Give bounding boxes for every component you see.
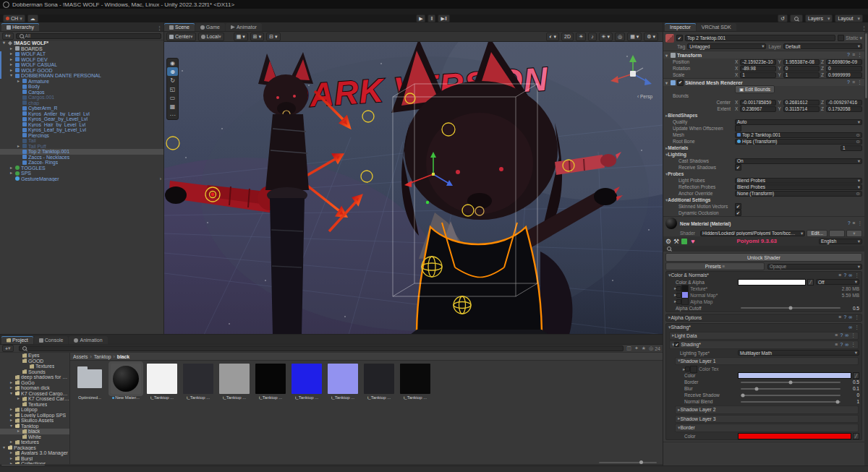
gizmos-dropdown[interactable]: ⚙ ▾ bbox=[644, 33, 658, 41]
reflection-probes-dropdown[interactable]: Blend Probes▾ bbox=[735, 184, 862, 190]
hierarchy-item[interactable]: Kyros_Hair_by_Level_Lvl bbox=[0, 122, 163, 128]
color-tex-thumbnail[interactable] bbox=[690, 366, 697, 373]
bottom-panel-tab[interactable]: Console bbox=[34, 336, 69, 344]
project-folder-item[interactable]: ▸ GoGo bbox=[0, 380, 69, 386]
foldout-arrow-icon[interactable]: ▸ bbox=[10, 171, 15, 176]
shadow-layer-1-header[interactable]: ▾Shadow Layer 1 bbox=[675, 357, 859, 366]
y-field[interactable]: 0.2681612 bbox=[783, 100, 820, 106]
x-field[interactable]: 1 bbox=[740, 72, 776, 78]
receive-shadow-slider[interactable] bbox=[741, 395, 841, 396]
y-field[interactable]: 0 bbox=[783, 66, 820, 72]
normal-blend-slider[interactable] bbox=[741, 401, 841, 403]
shadow-color-swatch[interactable] bbox=[738, 372, 851, 379]
project-folder-item[interactable]: ▾ Tanktop bbox=[0, 424, 69, 429]
quality-dropdown[interactable]: Auto▾ bbox=[735, 119, 862, 125]
project-folder-item[interactable]: ▸ K7 Crossed Cargos Mat bbox=[0, 396, 69, 402]
project-folder-item[interactable]: ▸ textures bbox=[0, 439, 69, 445]
foldout-arrow-icon[interactable]: ▾ bbox=[3, 445, 8, 451]
presets-icon[interactable]: ≡ bbox=[852, 80, 855, 85]
step-button[interactable]: ▶‖ bbox=[438, 14, 450, 22]
prefab-open-icon[interactable]: › bbox=[160, 176, 161, 182]
search-by-label-icon[interactable]: ✦ bbox=[634, 346, 639, 351]
materials-foldout[interactable]: Materials bbox=[668, 145, 688, 150]
hierarchy-item[interactable]: Zaccs - Necklaces bbox=[0, 155, 163, 160]
bottom-panel-tab[interactable]: Animation bbox=[69, 336, 107, 344]
border-slider[interactable] bbox=[741, 382, 841, 383]
foldout-arrow-icon[interactable]: ▸ bbox=[17, 429, 22, 434]
y-field[interactable]: 1 bbox=[783, 72, 820, 78]
asset-thumbnail[interactable] bbox=[75, 364, 105, 394]
asset-thumbnail[interactable] bbox=[292, 364, 322, 394]
unlock-shader-button[interactable]: Unlock Shader bbox=[665, 253, 862, 262]
project-folder-item[interactable]: Textures bbox=[0, 364, 69, 369]
foldout-arrow-icon[interactable]: ▸ bbox=[10, 385, 15, 391]
project-folder-item[interactable]: Sounds bbox=[0, 369, 69, 375]
component-menu-icon[interactable]: ⋮ bbox=[858, 220, 863, 226]
presets-icon[interactable]: ≡ bbox=[853, 220, 856, 226]
bottom-panel-tab[interactable]: Project bbox=[1, 336, 33, 344]
scene-viewport[interactable]: DARK VERSION bbox=[164, 42, 663, 335]
component-menu-icon[interactable]: ⋮ bbox=[857, 80, 862, 85]
foldout-arrow-icon[interactable]: ▾ bbox=[3, 40, 8, 46]
asset-item[interactable]: t_Tanktop ... bbox=[326, 364, 359, 400]
custom-tool-button[interactable]: ⋯ bbox=[167, 111, 178, 119]
smr-enabled-checkbox[interactable]: ✔ bbox=[677, 80, 684, 86]
search-button[interactable] bbox=[790, 14, 803, 22]
poiyomi-tools-icon[interactable]: ⚒ bbox=[673, 238, 679, 245]
anchor-override-field[interactable]: None (Transform) ⊙ bbox=[735, 191, 862, 197]
asset-item[interactable]: t_Tanktop ... bbox=[399, 364, 432, 400]
hierarchy-item[interactable]: ▾ DOBBERMAN DANTE PERSONAL bbox=[0, 73, 163, 79]
shader-menu-dropdown[interactable]: ▾ bbox=[846, 230, 862, 237]
alpha-map-thumbnail[interactable] bbox=[681, 298, 689, 305]
shadow-layer-2-header[interactable]: ▸Shadow Layer 2 bbox=[675, 406, 859, 414]
receive-shadows-checkbox[interactable]: ✔ bbox=[735, 164, 741, 171]
language-dropdown[interactable]: English▾ bbox=[819, 239, 862, 244]
project-folder-item[interactable]: White bbox=[0, 434, 69, 440]
asset-thumbnail[interactable] bbox=[400, 364, 430, 394]
foldout-arrow-icon[interactable]: ▸ bbox=[10, 413, 15, 419]
undo-history-button[interactable]: ↺ bbox=[778, 14, 788, 22]
hierarchy-item[interactable]: ▸ SPS bbox=[0, 171, 163, 176]
shading-sub-header[interactable]: ▾✔ Shading* ≡?∞⋮ bbox=[669, 340, 859, 349]
panel-menu-icon[interactable]: ⋮ bbox=[860, 25, 868, 30]
lighting-foldout[interactable]: Lighting bbox=[668, 152, 686, 157]
alpha-options-header[interactable]: ▸Alpha Options ≡?∞⋮ bbox=[666, 314, 861, 322]
effects-dropdown[interactable]: ✳ ▾ bbox=[599, 33, 613, 41]
asset-item[interactable]: New Mater... bbox=[109, 364, 142, 400]
foldout-arrow-icon[interactable]: ▸ bbox=[10, 450, 15, 456]
hierarchy-item[interactable]: Tail bbox=[0, 138, 163, 144]
object-picker-icon[interactable]: ⊙ bbox=[856, 139, 860, 145]
z-field[interactable]: 0.1792058 bbox=[826, 106, 862, 112]
hierarchy-item[interactable]: ▸ Armature bbox=[0, 79, 163, 85]
project-folder-item[interactable]: Textures bbox=[0, 402, 69, 408]
help-icon[interactable]: ? bbox=[847, 52, 850, 58]
shading-mode-dropdown[interactable]: ◐ ▾ bbox=[546, 33, 559, 41]
eyedropper-icon[interactable]: ╱ bbox=[853, 433, 859, 439]
hierarchy-item[interactable]: Top 2 Tanktop.001 bbox=[0, 149, 163, 155]
breadcrumb-current[interactable]: black bbox=[117, 354, 129, 359]
foldout-arrow-icon[interactable]: ▸ bbox=[10, 46, 15, 52]
transform-tool-button[interactable]: ▦ bbox=[167, 102, 178, 111]
favorites-icon[interactable]: ★ bbox=[642, 346, 646, 351]
object-picker-icon[interactable]: ⊙ bbox=[856, 132, 860, 138]
account-dropdown[interactable]: CH ▾ bbox=[3, 14, 25, 22]
color-alpha-mode-dropdown[interactable]: Off▾ bbox=[816, 279, 859, 285]
search-by-type-icon[interactable]: ◫ bbox=[626, 346, 631, 351]
static-dropdown-icon[interactable]: ▾ bbox=[859, 35, 862, 41]
scene-view-tab[interactable]: Animator bbox=[226, 23, 262, 31]
perspective-toggle[interactable]: ‹ Persp bbox=[637, 94, 652, 99]
shading-enabled-checkbox[interactable]: ✔ bbox=[674, 342, 679, 347]
foldout-arrow-icon[interactable]: ▸ bbox=[10, 456, 15, 462]
tab-hierarchy[interactable]: Hierarchy bbox=[1, 23, 39, 31]
foldout-arrow-icon[interactable]: ▸ bbox=[10, 57, 15, 63]
blur-slider[interactable] bbox=[741, 388, 841, 390]
update-offscreen-checkbox[interactable] bbox=[735, 125, 741, 132]
asset-item[interactable]: t_Tanktop ... bbox=[362, 364, 396, 400]
y-field[interactable]: 0.3115714 bbox=[783, 106, 820, 112]
alpha-cutoff-slider[interactable] bbox=[741, 307, 841, 309]
asset-thumbnail[interactable] bbox=[219, 364, 250, 394]
support-heart-icon[interactable]: ♥ bbox=[691, 238, 694, 245]
asset-thumbnail[interactable] bbox=[364, 364, 394, 394]
thumbnail-size-slider[interactable] bbox=[599, 462, 657, 463]
static-checkbox[interactable] bbox=[838, 35, 844, 41]
